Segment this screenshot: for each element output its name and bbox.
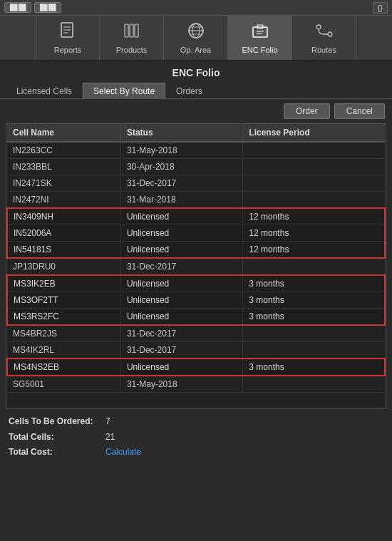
table-row[interactable]: MS3OF2TTUnlicensed3 months: [7, 292, 385, 309]
nav-label-op-area: Op. Area: [180, 46, 211, 54]
table-row[interactable]: IN3409NHUnlicensed12 months: [7, 208, 385, 225]
summary-row-total-cost: Total Cost: Calculate: [9, 445, 383, 460]
table-row[interactable]: JP13DRU031-Dec-2017: [7, 258, 385, 275]
summary-section: Cells To Be Ordered: 7 Total Cells: 21 T…: [0, 408, 392, 466]
calculate-link[interactable]: Calculate: [105, 445, 141, 460]
table-row[interactable]: IN52006AUnlicensed12 months: [7, 225, 385, 242]
top-bar-left: ⬜⬜ ⬜⬜: [4, 2, 61, 13]
nav-item-op-area[interactable]: Op. Area: [164, 16, 228, 60]
svg-rect-4: [125, 24, 128, 37]
tab-licensed-cells[interactable]: Licensed Cells: [6, 83, 83, 99]
table-row[interactable]: IN2263CC31-May-2018: [7, 142, 385, 159]
nav-item-routes[interactable]: Routes: [292, 16, 356, 60]
tabs-bar: Licensed Cells Select By Route Orders: [0, 83, 392, 99]
table-row[interactable]: IN54181SUnlicensed12 months: [7, 242, 385, 259]
nav-label-reports: Reports: [54, 46, 82, 54]
cells-to-be-ordered-label: Cells To Be Ordered:: [9, 414, 101, 430]
topbar-code-icon[interactable]: {}: [373, 2, 388, 14]
col-status: Status: [120, 124, 242, 142]
nav-item-reports[interactable]: Reports: [36, 16, 100, 60]
tab-select-by-route[interactable]: Select By Route: [83, 83, 165, 99]
page-title: ENC Folio: [0, 61, 392, 83]
total-cells-value: 21: [105, 430, 115, 445]
cells-to-be-ordered-value: 7: [105, 414, 110, 430]
tab-orders[interactable]: Orders: [165, 83, 213, 99]
cells-table: Cell Name Status License Period IN2263CC…: [6, 124, 386, 393]
nav-bar: Reports Products Op. Area: [0, 16, 392, 61]
col-license-period: License Period: [243, 124, 385, 142]
summary-row-cells-ordered: Cells To Be Ordered: 7: [9, 414, 383, 430]
table-row[interactable]: MS4NS2EBUnlicensed3 months: [7, 359, 385, 376]
col-cell-name: Cell Name: [7, 124, 120, 142]
op-area-icon: [187, 21, 205, 43]
table-row[interactable]: MS3IK2EBUnlicensed3 months: [7, 275, 385, 292]
nav-item-products[interactable]: Products: [100, 16, 164, 60]
nav-label-routes: Routes: [311, 46, 336, 54]
nav-label-enc-folio: ENC Folio: [242, 46, 277, 54]
nav-item-enc-folio[interactable]: ENC Folio: [228, 16, 292, 60]
svg-point-17: [328, 32, 332, 36]
table-row[interactable]: MS3RS2FCUnlicensed3 months: [7, 309, 385, 326]
svg-rect-6: [135, 24, 138, 37]
svg-point-16: [316, 25, 321, 29]
table-header-row: Cell Name Status License Period: [7, 124, 385, 142]
action-bar: Order Cancel: [0, 99, 392, 123]
svg-rect-5: [130, 24, 133, 37]
table-row[interactable]: IN233BBL30-Apr-2018: [7, 159, 385, 175]
routes-icon: [315, 21, 334, 43]
table-row[interactable]: IN2472NI31-Mar-2018: [7, 192, 385, 209]
nav-label-products: Products: [116, 46, 147, 54]
table-row[interactable]: MS4IK2RL31-Dec-2017: [7, 342, 385, 359]
products-icon: [123, 21, 141, 43]
reports-icon: [58, 21, 77, 43]
cancel-button[interactable]: Cancel: [334, 103, 385, 119]
table-row[interactable]: MS4BR2JS31-Dec-2017: [7, 325, 385, 342]
enc-folio-icon: [251, 21, 269, 43]
order-button[interactable]: Order: [284, 103, 330, 119]
table-container[interactable]: Cell Name Status License Period IN2263CC…: [6, 123, 386, 408]
table-row[interactable]: IN2471SK31-Dec-2017: [7, 175, 385, 192]
total-cells-label: Total Cells:: [9, 430, 101, 445]
topbar-btn2[interactable]: ⬜⬜: [34, 2, 61, 13]
total-cost-label: Total Cost:: [9, 445, 101, 460]
table-row[interactable]: SG500131-May-2018: [7, 376, 385, 393]
summary-row-total-cells: Total Cells: 21: [9, 430, 383, 445]
topbar-btn1[interactable]: ⬜⬜: [4, 2, 31, 13]
top-bar: ⬜⬜ ⬜⬜ {}: [0, 0, 392, 16]
